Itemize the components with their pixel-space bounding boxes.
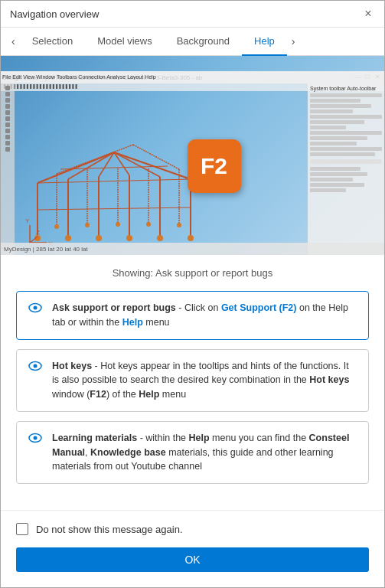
tab-background[interactable]: Background [165,28,242,56]
svg-line-19 [38,207,191,210]
learning-materials-card: Learning materials - within the Help men… [16,421,369,484]
tab-help[interactable]: Help [242,28,287,56]
f2-badge: F2 [188,139,241,193]
hot-keys-card: Hot keys - Hot keys appear in the toolti… [16,349,369,412]
svg-point-42 [34,364,38,368]
do-not-show-label: Do not show this message again. [36,524,183,535]
hot-keys-text: Hot keys - Hot keys appear in the toolti… [52,359,357,402]
svg-point-25 [126,235,132,241]
svg-point-31 [146,222,151,227]
svg-point-29 [85,223,90,227]
svg-point-28 [54,224,59,229]
nav-right-arrow[interactable]: › [287,28,300,55]
nav-left-arrow[interactable]: ‹ [7,28,20,55]
tab-model-views[interactable]: Model views [85,28,165,56]
ok-button[interactable]: OK [16,547,369,572]
do-not-show-checkbox[interactable] [16,523,28,535]
window-title: Navigation overview [10,8,99,20]
ask-support-text: Ask support or report bugs - Click on Ge… [52,301,357,330]
do-not-show-row: Do not show this message again. [16,523,369,535]
svg-point-44 [34,436,38,439]
main-content: Showing: Ask support or report bugs Ask … [1,255,384,510]
svg-point-30 [116,222,120,227]
svg-point-23 [65,235,71,241]
svg-line-9 [114,152,160,177]
svg-point-27 [188,235,194,241]
showing-label: Showing: Ask support or report bugs [16,267,369,279]
navigation-tabs: ‹ Selection Model views Background Help … [1,28,384,56]
eye-icon-1 [28,302,43,316]
svg-point-32 [177,223,181,227]
ask-support-card: Ask support or report bugs - Click on Ge… [16,291,369,340]
svg-line-20 [38,179,191,183]
eye-icon-2 [28,361,43,374]
svg-point-26 [157,235,163,241]
footer: Do not show this message again. OK [1,510,384,587]
svg-text:Z: Z [36,229,40,236]
svg-line-18 [133,145,179,169]
screenshot-preview: Design model - [V3 Recommended Viewer - … [1,56,384,255]
eye-icon-3 [28,433,43,446]
svg-line-8 [68,152,114,179]
learning-materials-text: Learning materials - within the Help men… [52,431,357,474]
svg-point-40 [34,306,38,310]
titlebar: Navigation overview × [1,1,384,28]
tab-selection[interactable]: Selection [20,28,85,56]
svg-text:Y: Y [25,217,30,224]
svg-point-24 [96,235,102,241]
close-button[interactable]: × [361,7,375,21]
status-bar: MyDesign | 285 lat 20 lat 40 lat [1,243,384,255]
